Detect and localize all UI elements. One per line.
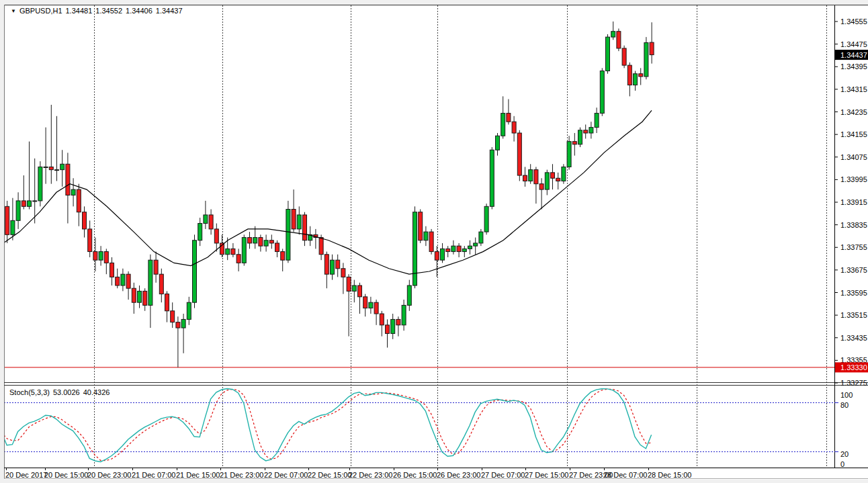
price-axis-label: 1.33595: [840, 289, 867, 297]
time-axis-label: 22 Dec 07:00: [264, 471, 308, 479]
price-axis-label: 1.33275: [840, 379, 867, 387]
bull-candle: [181, 319, 185, 328]
bull-candle: [545, 173, 549, 189]
price-axis-label: 1.34235: [840, 108, 867, 116]
stoch-main-line: [4, 389, 652, 462]
bear-candle: [584, 130, 588, 133]
bull-candle: [369, 302, 373, 308]
bear-candle: [176, 322, 180, 328]
time-axis-label: 22 Dec 15:00: [308, 471, 351, 479]
bull-candle: [60, 164, 64, 169]
bull-candle: [331, 260, 335, 274]
bear-candle: [551, 173, 555, 178]
bull-candle: [501, 114, 505, 136]
bear-candle: [104, 252, 108, 263]
price-axis-label: 1.33515: [840, 311, 867, 319]
bull-candle: [424, 232, 428, 240]
bear-candle: [523, 175, 527, 181]
bear-candle: [110, 263, 114, 277]
bull-candle: [600, 71, 604, 114]
bull-candle: [121, 274, 125, 286]
bull-candle: [595, 114, 599, 128]
bull-candle: [441, 249, 445, 260]
bear-candle: [429, 232, 433, 251]
bull-candle: [562, 167, 566, 181]
bull-candle: [490, 150, 494, 206]
bear-candle: [126, 274, 130, 288]
bear-candle: [165, 294, 169, 311]
bear-candle: [341, 269, 345, 277]
chart-title: ▼GBPUSD,H11.344811.345521.344061.34437: [11, 7, 183, 15]
stoch-axis-label: 100: [840, 391, 853, 399]
bear-candle: [171, 311, 175, 322]
bull-candle: [44, 167, 48, 167]
bull-candle: [99, 252, 103, 261]
time-axis-label: 21 Dec 23:00: [220, 471, 263, 479]
bull-candle: [468, 246, 472, 249]
bull-candle: [198, 224, 202, 240]
bull-candle: [451, 246, 455, 251]
price-axis-label: 1.33435: [840, 334, 867, 342]
bear-candle: [363, 297, 367, 308]
bear-candle: [116, 277, 120, 286]
bear-candle: [386, 325, 390, 334]
time-axis-label: 26 Dec 15:00: [393, 471, 437, 479]
bear-candle: [66, 164, 70, 195]
bear-candle: [507, 114, 511, 122]
bull-candle: [407, 286, 411, 305]
bear-candle: [336, 260, 340, 269]
bear-candle: [88, 229, 92, 252]
bear-candle: [539, 184, 544, 189]
bull-candle: [226, 249, 230, 254]
stoch-signal-line: [4, 389, 652, 461]
time-axis-label: 27 Dec 07:00: [481, 471, 525, 479]
bull-candle: [611, 32, 615, 37]
bear-candle: [358, 286, 362, 297]
indicator-name: Stoch(5,3,3): [9, 388, 50, 396]
bear-candle: [281, 252, 285, 261]
bull-candle: [352, 286, 356, 291]
bull-candle: [253, 238, 257, 243]
stoch-axis-label: 80: [840, 401, 849, 409]
bear-candle: [77, 189, 81, 212]
chart-canvas[interactable]: 1.345551.344751.343951.343151.342351.341…: [4, 5, 868, 479]
bear-candle: [303, 215, 307, 240]
bull-candle: [496, 136, 500, 150]
price-axis-label: 1.34155: [840, 130, 867, 138]
time-axis-label: 20 Dec 2017: [5, 471, 47, 479]
bear-candle: [143, 291, 147, 305]
bear-candle: [93, 252, 97, 261]
bear-candle: [419, 212, 423, 240]
price-axis-label: 1.34075: [840, 153, 867, 161]
time-axis-label: 22 Dec 23:00: [349, 471, 392, 479]
bear-candle: [5, 206, 9, 234]
bull-candle: [187, 302, 191, 319]
symbol-dropdown-icon[interactable]: ▼: [11, 8, 16, 14]
stoch-axis-label: 20: [840, 450, 849, 458]
bear-candle: [248, 238, 252, 243]
bear-candle: [214, 229, 218, 243]
bar-close-value: 1.34437: [156, 7, 183, 15]
bull-candle: [38, 167, 42, 200]
bull-candle: [479, 232, 483, 243]
price-axis-label: 1.33755: [840, 243, 867, 251]
time-axis-label: 20 Dec 15:00: [44, 471, 88, 479]
bull-candle: [578, 130, 582, 144]
bull-candle: [644, 43, 648, 77]
bear-candle: [435, 252, 439, 261]
bull-candle: [297, 215, 301, 229]
bull-candle: [204, 215, 208, 224]
bull-candle: [242, 238, 246, 263]
bear-candle: [622, 48, 626, 65]
bear-candle: [627, 65, 632, 85]
bear-candle: [236, 255, 241, 263]
time-axis-label: 26 Dec 23:00: [437, 471, 480, 479]
bull-candle: [148, 260, 153, 305]
bear-candle: [324, 255, 329, 274]
mt4-chart-screen: 1.345551.344751.343951.343151.342351.341…: [0, 0, 868, 483]
bear-candle: [132, 288, 136, 302]
bear-candle: [639, 74, 643, 77]
bear-candle: [457, 246, 461, 251]
bear-candle: [446, 249, 450, 251]
bar-low-value: 1.34406: [126, 7, 153, 15]
